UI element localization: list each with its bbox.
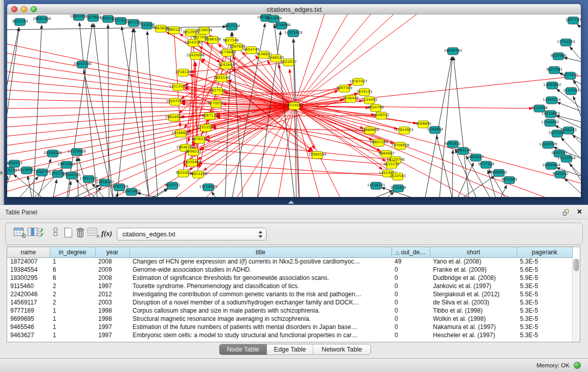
svg-text:1615132: 1615132 <box>383 162 399 166</box>
svg-text:7663822: 7663822 <box>153 26 168 30</box>
node-attribute-table: name in_degree year title △out_de… short… <box>7 247 573 339</box>
trash-icon[interactable] <box>76 228 85 238</box>
column-header-title[interactable]: title <box>129 247 391 257</box>
table-row[interactable]: 946554611997Estimation of the future num… <box>7 323 572 331</box>
svg-text:14136141: 14136141 <box>367 183 385 187</box>
svg-text:2803144: 2803144 <box>213 76 230 80</box>
table-row[interactable]: 1830029562008Estimation of significance … <box>7 274 572 282</box>
svg-text:12103554: 12103554 <box>557 156 576 160</box>
svg-text:1527602: 1527602 <box>85 15 101 19</box>
table-header-row: name in_degree year title △out_de… short… <box>7 247 572 257</box>
table-row[interactable]: 1938455462009Genome-wide association stu… <box>7 266 572 274</box>
svg-text:12444154: 12444154 <box>542 98 561 102</box>
table-row[interactable]: 1456911722003Disruption of a novel membe… <box>7 298 572 307</box>
svg-text:2522543: 2522543 <box>389 174 405 178</box>
column-header-in-degree[interactable]: in_degree <box>50 247 95 257</box>
svg-text:9777169: 9777169 <box>478 162 494 166</box>
svg-text:14325419: 14325419 <box>284 31 302 35</box>
svg-text:17957223: 17957223 <box>79 177 98 181</box>
svg-text:20691406: 20691406 <box>33 17 51 21</box>
svg-text:9498222: 9498222 <box>185 149 201 154</box>
sort-ascending-icon: △ <box>396 250 400 255</box>
svg-text:15716485: 15716485 <box>199 185 217 189</box>
table-toolbar: ⚙ ✔ ✔ × f(x) <box>5 223 583 245</box>
svg-text:18807249: 18807249 <box>369 140 388 144</box>
close-panel-icon[interactable]: × <box>577 207 582 216</box>
svg-text:7857224: 7857224 <box>224 24 240 28</box>
svg-text:9684067: 9684067 <box>378 151 394 156</box>
select-stepper-icon <box>258 230 263 238</box>
svg-text:8267110: 8267110 <box>202 114 217 118</box>
network-view-window: citations_edges.txt 93557242069140610653… <box>7 4 581 197</box>
svg-text:8454749: 8454749 <box>243 48 259 52</box>
table-row[interactable]: 977716911998Corpus callosum shape and si… <box>7 307 572 315</box>
collapsed-side-panel[interactable] <box>0 0 4 205</box>
table-row[interactable]: 1872400712008Changes of HCN gene express… <box>7 257 572 266</box>
svg-text:10167427: 10167427 <box>349 79 367 83</box>
svg-text:9463627: 9463627 <box>468 155 484 159</box>
delete-table-disabled-icon: × <box>88 228 97 236</box>
table-row[interactable]: 2242004622012Investigating the contribut… <box>7 290 572 298</box>
tab-edge-table[interactable]: Edge Table <box>267 344 313 355</box>
svg-text:3915139: 3915139 <box>7 168 17 172</box>
column-header-out-degree[interactable]: △out_de… <box>391 247 430 257</box>
svg-text:12923485: 12923485 <box>122 189 141 193</box>
svg-text:1588520: 1588520 <box>268 56 284 60</box>
network-canvas-svg: 9355724206914061065328715276026466160107… <box>7 14 581 197</box>
table-vertical-scrollbar[interactable] <box>572 258 580 342</box>
pane-splitter-handle[interactable] <box>288 201 294 204</box>
svg-text:9329966: 9329966 <box>550 54 567 58</box>
svg-text:19654937: 19654937 <box>165 115 183 119</box>
table-options-icon[interactable]: ⚙ <box>14 228 24 236</box>
column-checklist-icon[interactable]: ✔ ✔ <box>38 228 48 237</box>
memory-status-label: Memory: OK <box>536 362 570 368</box>
column-header-short[interactable]: short <box>430 247 517 257</box>
svg-text:8950513: 8950513 <box>7 161 23 165</box>
memory-status-icon[interactable] <box>574 362 581 369</box>
svg-text:16914479: 16914479 <box>189 172 207 176</box>
new-document-icon[interactable] <box>64 228 72 237</box>
svg-text:9170031: 9170031 <box>208 101 224 105</box>
svg-text:10756928: 10756928 <box>391 143 409 147</box>
expand-panel-arrow-icon[interactable] <box>1 171 3 175</box>
table-row[interactable]: 946362711997Embryonic stem cells: a mode… <box>7 331 572 339</box>
tab-node-table[interactable]: Node Table <box>220 344 267 355</box>
network-table-select[interactable]: citations_edges.txt <box>117 228 267 240</box>
svg-text:10543382: 10543382 <box>184 40 203 45</box>
svg-text:1168243: 1168243 <box>560 128 576 132</box>
select-column-icon[interactable] <box>28 228 37 236</box>
status-bar: Memory: OK <box>0 358 588 372</box>
svg-text:19166827: 19166827 <box>171 131 190 135</box>
application-window: citations_edges.txt 93557242069140610653… <box>0 0 588 372</box>
function-builder-icon[interactable]: f(x) <box>101 229 112 238</box>
stacked-rows-icon[interactable] <box>54 228 58 237</box>
svg-text:9827546: 9827546 <box>223 38 239 42</box>
table-row[interactable]: 969969511998Structural magnetic resonanc… <box>7 315 572 323</box>
svg-text:18724007: 18724007 <box>285 103 303 107</box>
table-row[interactable]: 911546021997Tourette syndrome. Phenomeno… <box>7 282 572 290</box>
svg-text:8215958: 8215958 <box>531 106 547 110</box>
svg-text:8954799: 8954799 <box>367 105 383 110</box>
tab-network-table[interactable]: Network Table <box>313 344 371 355</box>
svg-text:8813054: 8813054 <box>266 16 282 20</box>
scrollbar-thumb[interactable] <box>574 259 579 271</box>
svg-text:6791931: 6791931 <box>445 142 461 146</box>
svg-text:9465546: 9465546 <box>455 148 471 152</box>
svg-text:11544832: 11544832 <box>541 120 559 124</box>
svg-text:8427512: 8427512 <box>209 89 225 93</box>
svg-text:1277435: 1277435 <box>562 73 578 77</box>
table-type-tabs: Node Table Edge Table Network Table <box>219 344 371 355</box>
svg-text:9599895: 9599895 <box>415 122 431 126</box>
column-header-name[interactable]: name <box>7 247 50 257</box>
svg-text:9242557: 9242557 <box>551 151 567 155</box>
column-header-year[interactable]: year <box>95 247 129 257</box>
column-header-pagerank[interactable]: pagerank <box>517 247 572 257</box>
window-titlebar[interactable]: citations_edges.txt <box>7 4 581 14</box>
svg-text:2036448: 2036448 <box>342 96 358 100</box>
svg-text:16210643: 16210643 <box>541 112 560 116</box>
svg-text:9699695: 9699695 <box>491 170 507 174</box>
float-panel-icon[interactable] <box>563 209 570 216</box>
svg-text:10688609: 10688609 <box>361 128 379 132</box>
svg-text:9115460: 9115460 <box>501 178 517 182</box>
network-canvas[interactable]: 9355724206914061065328715276026466160107… <box>7 14 581 197</box>
